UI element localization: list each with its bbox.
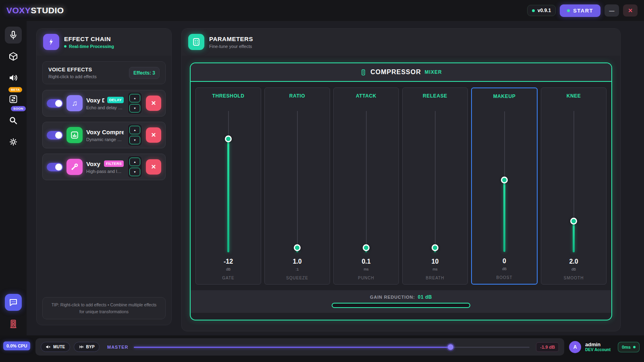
gear-icon [8, 137, 18, 147]
slider-knob[interactable] [432, 244, 438, 251]
param-label: RELEASE [423, 93, 447, 99]
slider-track[interactable] [435, 111, 436, 252]
slider-track-area[interactable] [265, 111, 330, 252]
param-label: KNEE [567, 93, 581, 99]
effect-toggle[interactable] [47, 131, 63, 139]
sidebar-item-audio[interactable] [5, 69, 22, 86]
cpu-badge: 0.0% CPU [3, 341, 30, 350]
param-release: RELEASE 10 ms BREATH [402, 87, 468, 285]
chat-icon [8, 298, 18, 307]
slider-track[interactable] [366, 111, 367, 252]
avatar: A [569, 341, 581, 353]
remove-effect-button[interactable]: ✕ [146, 127, 161, 143]
move-up-button[interactable]: ▲ [129, 158, 140, 166]
slider-track-area[interactable] [472, 111, 537, 252]
move-down-button[interactable]: ▼ [129, 104, 140, 112]
param-value: 10 [432, 258, 439, 265]
start-status-dot-icon [567, 9, 570, 12]
master-fill [134, 347, 450, 348]
effects-count-badge: Effects: 3 [129, 67, 160, 79]
slider-track-area[interactable] [334, 111, 399, 252]
effect-type-badge: FILTERS [104, 160, 124, 167]
titlebar: VOXYSTUDIO v0.9.1 START — ✕ [0, 0, 644, 21]
effect-name: Voxy Compressor [86, 129, 124, 135]
effect-toggle[interactable] [47, 99, 63, 108]
app-logo: VOXYSTUDIO [6, 6, 64, 15]
speaker-icon [8, 73, 18, 83]
start-label: START [573, 8, 593, 14]
gain-reduction-label: GAIN REDUCTION: [370, 295, 415, 300]
user-name: admin [585, 341, 611, 348]
voice-effects-subtitle: Right-click to add effects [48, 74, 97, 79]
slider-track-area[interactable] [196, 111, 261, 252]
param-label: RATIO [289, 93, 305, 99]
param-attack: ATTACK 0.1 ms PUNCH [333, 87, 399, 285]
move-up-button[interactable]: ▲ [129, 126, 140, 134]
latency-dot-icon [633, 346, 636, 348]
param-label: ATTACK [356, 93, 376, 99]
start-button[interactable]: START [560, 4, 600, 17]
logo-secondary: STUDIO [31, 6, 64, 15]
sync-icon [8, 94, 18, 104]
microphone-icon [8, 30, 18, 40]
sidebar-item-package[interactable] [5, 48, 22, 65]
remove-effect-button[interactable]: ✕ [146, 159, 161, 175]
tab-mixer[interactable]: MIXER [425, 69, 442, 75]
slider-knob[interactable] [225, 135, 232, 142]
slider-fill [573, 221, 575, 252]
move-up-button[interactable]: ▲ [129, 94, 140, 102]
param-sublabel: BOOST [496, 275, 512, 280]
param-value: 0.1 [361, 258, 370, 265]
effect-card-filter[interactable]: Voxy Filter FILTERS High-pass and low-p.… [42, 154, 166, 180]
effect-chain-status: Real-time Processing [64, 44, 114, 49]
parameters-title: PARAMETERS [209, 35, 253, 42]
parameters-header: PARAMETERS Fine-tune your effects [182, 29, 620, 56]
sidebar-item-settings[interactable] [5, 133, 22, 150]
slider-knob[interactable] [501, 177, 508, 183]
move-down-button[interactable]: ▼ [129, 168, 140, 176]
effect-chain-header: EFFECT CHAIN Real-time Processing [37, 29, 171, 56]
beta-badge: BETA [8, 87, 22, 92]
main-area: EFFECT CHAIN Real-time Processing VOICE … [27, 21, 644, 335]
status-dot-icon [532, 9, 535, 12]
sidebar-item-microphone[interactable] [5, 27, 22, 44]
effect-description: High-pass and low-p... [86, 169, 124, 174]
mute-button[interactable]: MUTE [41, 342, 70, 352]
master-knob[interactable] [448, 344, 453, 350]
slider-track-area[interactable] [541, 111, 606, 252]
effect-toggle[interactable] [47, 163, 63, 171]
sidebar-item-search[interactable] [5, 112, 22, 129]
slider-knob[interactable] [294, 244, 301, 251]
param-unit: ms [364, 267, 369, 271]
minimize-button[interactable]: — [605, 4, 619, 17]
compressor-module: COMPRESSOR MIXER THRESHOLD -12 dB GATE [190, 62, 612, 320]
remove-effect-button[interactable]: ✕ [146, 96, 161, 111]
bypass-button[interactable]: BYP [74, 342, 100, 352]
param-value: 2.0 [569, 258, 578, 265]
sidebar: BETA SOON [0, 21, 27, 335]
param-value: 1.0 [293, 258, 301, 265]
latency-badge: 0ms [618, 342, 640, 352]
exit-button[interactable] [8, 319, 19, 331]
gain-reduction-section: GAIN REDUCTION: 01 dB [191, 290, 611, 313]
slider-track-area[interactable] [403, 111, 467, 252]
master-slider[interactable] [134, 344, 530, 350]
music-note-icon: ♫ [66, 95, 83, 111]
effects-list: ♫ Voxy Delay DELAY Echo and delay effect… [42, 90, 166, 180]
slider-track[interactable] [297, 111, 298, 252]
effect-card-delay[interactable]: ♫ Voxy Delay DELAY Echo and delay effect… [42, 90, 166, 117]
chat-button[interactable] [5, 294, 22, 311]
close-button[interactable]: ✕ [623, 4, 638, 17]
effect-chain-title: EFFECT CHAIN [64, 35, 114, 42]
bar-chart-icon [66, 127, 83, 143]
slider-knob[interactable] [570, 218, 577, 225]
master-label: MASTER [107, 345, 128, 350]
slider-knob[interactable] [363, 244, 370, 251]
tab-compressor[interactable]: COMPRESSOR [370, 69, 421, 76]
parameters-subtitle: Fine-tune your effects [209, 44, 253, 49]
move-down-button[interactable]: ▼ [129, 136, 140, 144]
effect-card-compressor[interactable]: Voxy Compressor Dynamic range com... ▲ ▼… [42, 122, 166, 148]
master-bar: MUTE BYP MASTER -1.9 dB [35, 338, 564, 356]
param-makeup: MAKEUP 0 dB BOOST [471, 87, 538, 285]
sidebar-item-sync[interactable]: BETA SOON [5, 91, 22, 108]
